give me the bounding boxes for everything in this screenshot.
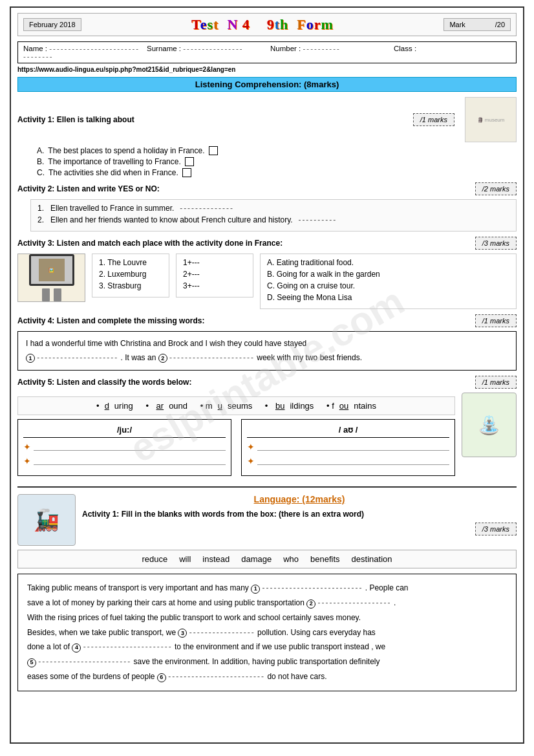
arrow-1: 1+--- (183, 258, 246, 267)
matching-container: 🖼️ 1. The Louvre 2. Luxemburg 3. Strasbu… (17, 254, 517, 309)
place-3: 3. Strasburg (99, 281, 162, 290)
passage-text-8: save the environment. In addition, havin… (134, 657, 380, 666)
student-info: Name : -------------------------------- … (17, 41, 517, 63)
passage-text-6: done a lot of (27, 642, 72, 651)
wb-instead: instead (202, 554, 230, 564)
passage-text-7: to the environment and if we use public … (175, 642, 344, 651)
fountain-image: ⛲ (462, 393, 517, 457)
wb-destination: destination (352, 554, 392, 564)
language-content: Language: (12marks) Activity 1: Fill in … (82, 494, 517, 535)
word-museums: • museums (200, 401, 253, 411)
wb-who: who (283, 554, 299, 564)
activity3-marks: /3 marks (475, 237, 517, 250)
wb-reduce: reduce (142, 554, 167, 564)
passage-text-5: pollution. Using cars everyday has (257, 628, 376, 637)
yes-no-box: 1. Ellen travelled to France in summer. … (30, 199, 517, 232)
phoneme-line-1a: ✦ (23, 442, 226, 452)
people-can: . People can (365, 583, 409, 592)
activity5-content: •during • around • museums • buildings •… (17, 393, 517, 480)
blank-p5: 5 (27, 658, 36, 667)
activity1-marks: /1 marks (413, 113, 454, 126)
lang-marks-wrapper: /3 marks (82, 523, 517, 535)
wb-benefits: benefits (310, 554, 340, 564)
matching-arrows: 1+--- 2+--- 3+--- (176, 254, 253, 297)
activity4-fill-box: I had a wonderful time with Christina an… (17, 331, 517, 371)
header-mark: Mark /20 (443, 18, 511, 31)
class-label: Class : (394, 45, 511, 60)
passage-text-10: do not have cars. (267, 672, 326, 681)
activity5-marks: /1 marks (475, 376, 517, 389)
matching-activities: A. Eating traditional food. B. Going for… (260, 254, 517, 309)
section-divider (17, 486, 517, 488)
mc-checkbox-b[interactable] (185, 157, 194, 166)
blank2-circle: 2 (158, 354, 167, 363)
phoneme-header-2: / aʊ / (247, 425, 449, 438)
header-date: February 2018 (23, 18, 81, 31)
activity5-header: Activity 5: Listen and classify the word… (17, 376, 517, 389)
phoneme-line-1b: ✦ (23, 456, 226, 466)
lang-activity1-header: Activity 1: Fill in the blanks with word… (82, 510, 517, 519)
phoneme-row: /ju:/ ✦ ✦ / aʊ / ✦ (17, 419, 455, 476)
act-a: A. Eating traditional food. (267, 258, 509, 267)
phoneme-line-2a: ✦ (247, 442, 449, 452)
phoneme-box-2: / aʊ / ✦ ✦ (241, 419, 455, 476)
activity4-title: Activity 4: Listen and complete the miss… (17, 316, 204, 325)
mc-option-b: B. The importance of travelling to Franc… (37, 157, 517, 166)
surname-label: Surname : ---------------- (147, 45, 264, 60)
act-b: B. Going for a walk in the garden (267, 270, 509, 279)
blank-p2: 2 (306, 599, 315, 609)
blank-p4: 4 (72, 643, 81, 653)
passage-text-2: save a lot of money by parking their car… (27, 598, 306, 607)
arrow-3: 3+--- (183, 281, 246, 290)
passage-text-4: Besides, when we take public transport, … (27, 628, 178, 637)
activity2-title: Activity 2: Listen and write YES or NO: (17, 184, 160, 193)
arrow-2: 2+--- (183, 270, 246, 279)
place-1: 1. The Louvre (99, 258, 162, 267)
yes-no-item-2: 2. Ellen and her friends wanted to know … (37, 215, 509, 224)
activity5-title: Activity 5: Listen and classify the word… (17, 378, 191, 387)
activity3-title: Activity 3: Listen and match each place … (17, 239, 283, 248)
phoneme-header-1: /ju:/ (23, 425, 226, 438)
act-c: C. Going on a cruise tour. (267, 281, 509, 290)
page-wrapper: eslprintable.com February 2018 Test N 4 … (10, 6, 524, 744)
word-during: •during (96, 401, 133, 411)
blank-p6: 6 (157, 673, 166, 682)
listening-section-title: Listening Comprehension: (8marks) (17, 77, 517, 92)
passage-text-9: eases some of the burdens of people (27, 672, 157, 681)
activity3-header: Activity 3: Listen and match each place … (17, 237, 517, 250)
mc-checkbox-a[interactable] (209, 146, 218, 155)
word-fountains: • fountains (326, 401, 376, 411)
yes-no-item-1: 1. Ellen travelled to France in summer. … (37, 204, 509, 213)
passage-text-3: With the rising prices of fuel taking th… (27, 613, 361, 622)
mc-checkbox-c[interactable] (182, 168, 191, 177)
activity2-header: Activity 2: Listen and write YES or NO: … (17, 182, 517, 195)
phoneme-line-2b: ✦ (247, 456, 449, 466)
activity2-marks: /2 marks (475, 182, 517, 195)
activity5-main: •during • around • museums • buildings •… (17, 393, 455, 480)
name-label: Name : -------------------------------- (23, 45, 140, 60)
blank-p1: 1 (251, 585, 260, 594)
word-buildings: • buildings (265, 401, 314, 411)
mc-option-c: C. The activities she did when in France… (37, 168, 517, 177)
mc-option-a: A. The best places to spend a holiday in… (37, 146, 517, 155)
activity4-header: Activity 4: Listen and complete the miss… (17, 314, 517, 327)
phoneme-box-1: /ju:/ ✦ ✦ (17, 419, 231, 476)
matching-places: 1. The Louvre 2. Luxemburg 3. Strasburg (92, 254, 169, 297)
language-section-title: Language: (12marks) (82, 494, 517, 504)
header-title: Test N 4 9th Form (191, 16, 334, 33)
train-image: 🚂 (17, 494, 76, 546)
blank1-circle: 1 (26, 354, 35, 363)
url-line: https://www.audio-lingua.eu/spip.php?mot… (17, 66, 517, 73)
matching-image: 🖼️ (17, 254, 85, 302)
activity1-header: Activity 1: Ellen is talking about /1 ma… (17, 97, 517, 142)
header: February 2018 Test N 4 9th Form Mark /20 (17, 13, 517, 36)
lang-activity1-marks: /3 marks (475, 523, 517, 535)
activity4-marks: /1 marks (475, 314, 517, 327)
passage-box: Taking public means of transport is very… (17, 574, 517, 691)
activity1-title: Activity 1: Ellen is talking about (17, 115, 134, 124)
mc-options: A. The best places to spend a holiday in… (37, 146, 517, 177)
word-box: •during • around • museums • buildings •… (17, 396, 455, 415)
number-label: Number : ---------- (270, 45, 387, 60)
instead-text: instead (344, 642, 369, 651)
word-around: • around (145, 401, 187, 411)
